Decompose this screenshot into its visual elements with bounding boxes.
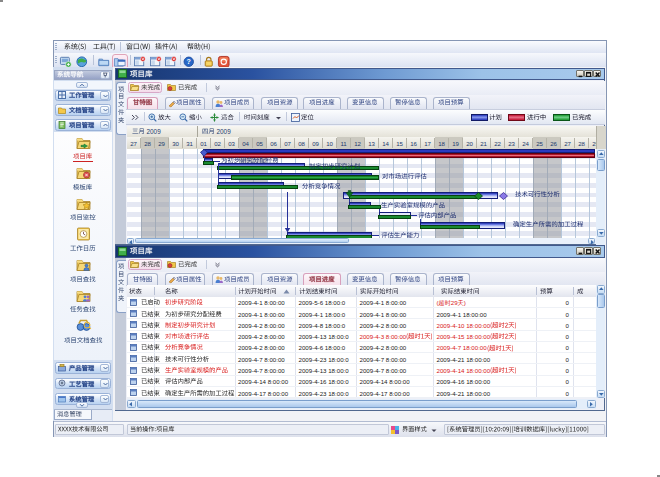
svg-text:?: ? (187, 58, 191, 65)
